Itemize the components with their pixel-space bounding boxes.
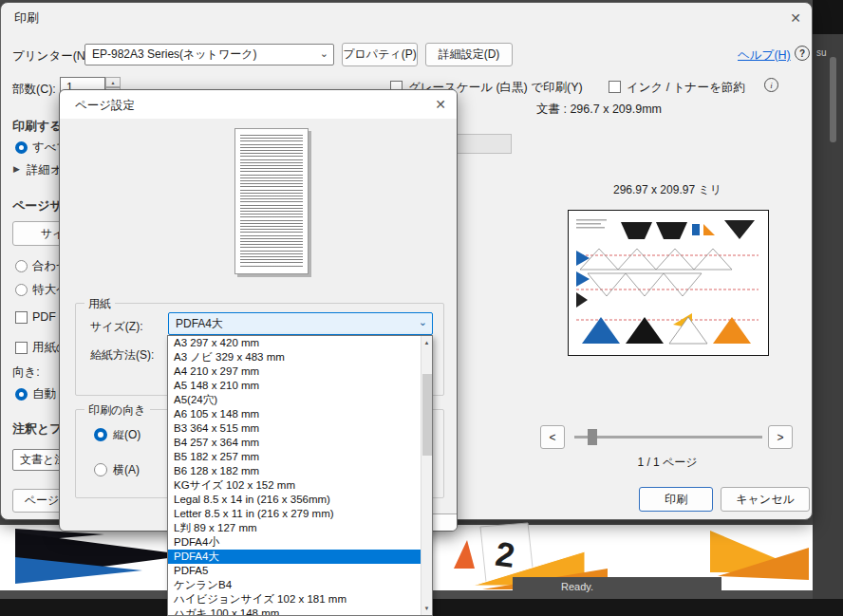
size-option[interactable]: A5 148 x 210 mm — [168, 379, 421, 393]
stepper-up-icon[interactable]: ▲ — [105, 77, 121, 87]
expand-arrow-icon[interactable]: ▶ — [13, 164, 20, 174]
dropdown-scrollbar-thumb[interactable] — [422, 374, 432, 456]
size-option[interactable]: A3 ノビ 329 x 483 mm — [168, 350, 421, 364]
page-setup-preview — [234, 128, 309, 274]
print-preview-art — [569, 211, 766, 353]
dropdown-scrollbar[interactable]: ▲ ▼ — [421, 336, 432, 615]
size-option[interactable]: Legal 8.5 x 14 in (216 x 356mm) — [168, 493, 421, 507]
print-dialog-title: 印刷 — [14, 9, 39, 27]
size-option[interactable]: PDFA4大 — [168, 550, 421, 564]
choose-paper-checkbox[interactable] — [15, 311, 28, 324]
size-option[interactable]: PDFA4小 — [168, 535, 421, 550]
portrait-label: 縦(O) — [113, 427, 140, 443]
size-option[interactable]: B6 128 x 182 mm — [168, 464, 421, 478]
paper-group-label: 用紙 — [84, 296, 115, 312]
page-setup-preview-text-lines — [240, 135, 303, 268]
help-icon[interactable]: ? — [795, 46, 810, 61]
paper-size-select-value: PDFA4大 — [176, 316, 223, 332]
status-area — [513, 577, 721, 599]
size-option[interactable]: Letter 8.5 x 11 in (216 x 279 mm) — [168, 507, 421, 521]
print-preview — [568, 210, 769, 356]
duplex-checkbox[interactable] — [15, 342, 28, 354]
close-icon[interactable]: ✕ — [783, 7, 808, 29]
copies-label: 部数(C): — [12, 82, 56, 98]
all-pages-radio[interactable] — [15, 141, 28, 154]
preview-page-slider[interactable] — [574, 436, 762, 439]
scroll-up-icon[interactable]: ▲ — [422, 336, 432, 349]
preview-page-slider-thumb[interactable] — [588, 429, 597, 445]
size-option[interactable]: B5 182 x 257 mm — [168, 450, 421, 464]
help-link[interactable]: ヘルプ(H) — [738, 47, 791, 64]
printer-select[interactable]: EP-982A3 Series(ネットワーク) ⌄ — [84, 44, 334, 65]
paper-size-select[interactable]: PDFA4大 ⌄ — [168, 312, 433, 335]
size-option[interactable]: L判 89 x 127 mm — [168, 521, 421, 535]
close-icon[interactable]: ✕ — [428, 93, 453, 116]
size-option[interactable]: KGサイズ 102 x 152 mm — [168, 478, 421, 493]
screen: 2 Ready. su 印刷 ✕ プリンター(N): EP-982A3 Seri… — [0, 0, 843, 616]
size-option[interactable]: ハイビジョンサイズ 102 x 181 mm — [168, 592, 421, 607]
size-option[interactable]: PDFA5 — [168, 564, 421, 578]
landscape-label: 横(A) — [113, 462, 140, 478]
size-option[interactable]: B4 257 x 364 mm — [168, 436, 421, 450]
status-text: Ready. — [561, 581, 593, 592]
next-page-button[interactable]: > — [768, 425, 793, 449]
size-option-container: A3 297 x 420 mmA3 ノビ 329 x 483 mmA4 210 … — [168, 336, 421, 615]
orientation-group-label: 印刷の向き — [84, 402, 150, 419]
scroll-down-icon[interactable]: ▼ — [422, 602, 432, 615]
document-size-text: 文書 : 296.7 x 209.9mm — [536, 102, 662, 118]
advanced-settings-button[interactable]: 詳細設定(D) — [425, 43, 513, 66]
printer-select-value: EP-982A3 Series(ネットワーク) — [92, 47, 256, 63]
size-option[interactable]: ケンランB4 — [168, 578, 421, 592]
auto-orientation-label: 自動 — [32, 386, 56, 402]
info-icon[interactable]: i — [764, 78, 778, 92]
size-dropdown-list: A3 297 x 420 mmA3 ノビ 329 x 483 mmA4 210 … — [167, 335, 433, 616]
size-option[interactable]: A5(24穴) — [168, 393, 421, 407]
chevron-down-icon: ⌄ — [320, 47, 328, 60]
ink-saver-label: インク / トナーを節約 — [627, 80, 745, 96]
paper-source-label: 給紙方法(S): — [90, 347, 154, 364]
right-edge-titlebar — [813, 0, 843, 34]
size-option[interactable]: B3 364 x 515 mm — [168, 421, 421, 436]
page-setup-title: ページ設定 — [75, 98, 135, 114]
ok-button-partial[interactable] — [430, 513, 458, 532]
size-option[interactable]: A6 105 x 148 mm — [168, 407, 421, 421]
prev-page-button[interactable]: < — [540, 425, 565, 449]
properties-button[interactable]: プロパティ(P) — [342, 43, 418, 66]
chevron-down-icon: ⌄ — [419, 316, 427, 328]
edge-text: su — [816, 47, 827, 58]
paper-size-label: サイズ(Z): — [90, 319, 143, 335]
landscape-radio[interactable] — [94, 463, 107, 476]
page-indicator: 1 / 1 ページ — [568, 455, 767, 471]
size-option[interactable]: A4 210 x 297 mm — [168, 364, 421, 379]
fit-radio[interactable] — [15, 260, 28, 272]
app-scrollbar-thumb[interactable] — [830, 57, 836, 142]
size-option[interactable]: ハガキ 100 x 148 mm — [168, 607, 421, 615]
printer-label: プリンター(N): — [12, 48, 93, 65]
shrink-oversize-radio[interactable] — [15, 284, 28, 296]
size-option[interactable]: A3 297 x 420 mm — [168, 336, 421, 350]
preview-page-size-text: 296.97 x 209.97 ミリ — [568, 182, 767, 198]
ink-saver-checkbox[interactable] — [609, 81, 621, 93]
portrait-radio[interactable] — [94, 428, 107, 441]
print-button[interactable]: 印刷 — [639, 487, 713, 512]
orientation-label: 向き: — [12, 364, 40, 381]
cancel-button[interactable]: キャンセル — [721, 487, 810, 512]
right-edge-strip: su — [813, 0, 843, 616]
auto-orientation-radio[interactable] — [15, 388, 28, 401]
